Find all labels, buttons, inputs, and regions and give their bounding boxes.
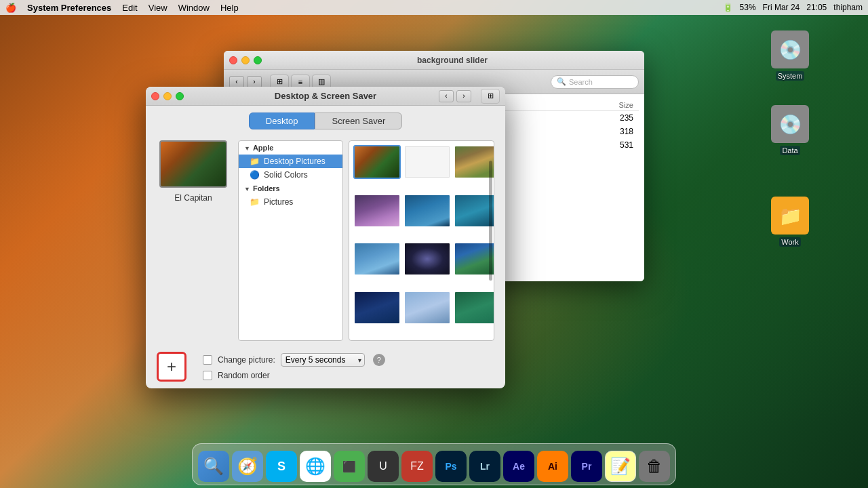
dss-sidebar: Apple 📁 Desktop Pictures 🔵 Solid Colors … [238,140,343,341]
wallpaper-yosemite[interactable] [454,145,494,179]
sidebar-item-desktop-pictures[interactable]: 📁 Desktop Pictures [239,155,342,168]
finder-window-title: background slider [417,56,488,65]
dss-grid-container [349,140,494,341]
chrome-dock-icon: 🌐 [305,457,326,476]
dock-notes[interactable]: 📝 [605,451,636,482]
change-picture-row: Change picture: Every 5 seconds Every 30… [203,353,385,367]
dss-bottom-controls: + Change picture: Every 5 seconds Every … [146,346,505,388]
desktop-icon-system[interactable]: 💿 System [763,30,817,81]
menu-system-prefs[interactable]: System Preferences [27,3,111,13]
change-picture-select-wrapper[interactable]: Every 5 seconds Every 30 seconds Every m… [281,353,365,367]
pictures-folder-icon: 📁 [250,197,260,207]
tab-screensaver[interactable]: Screen Saver [315,113,402,129]
ae-dock-icon: Ae [513,461,525,472]
menubar: 🍎 System Preferences Edit View Window He… [0,0,868,15]
user: thipham [833,3,863,12]
help-button[interactable]: ? [373,354,385,366]
sidebar-item-solid-colors[interactable]: 🔵 Solid Colors [239,168,342,182]
dock-safari[interactable]: 🧭 [232,451,263,482]
row1-size: 235 [620,113,633,123]
clock: 21:05 [806,3,827,12]
random-order-checkbox[interactable] [203,371,212,380]
wallpaper-surf-wave[interactable] [353,242,401,276]
add-folder-button[interactable]: + [157,352,186,382]
ps-dock-icon: Ps [445,461,456,472]
wallpaper-white[interactable] [403,145,451,179]
finder-titlebar: background slider [224,51,644,70]
sidebar-item-pictures[interactable]: 📁 Pictures [239,195,342,209]
wallpaper-cloud-blue[interactable] [403,291,451,325]
dss-window-title: Desktop & Screen Saver [275,91,376,101]
data-icon: 💿 [771,105,809,143]
back-button[interactable]: ‹ [229,76,244,88]
dock-premiere[interactable]: Pr [571,451,602,482]
dock-sandbox[interactable]: ⬛ [334,451,365,482]
dss-wallpaper-grid [349,141,494,340]
wallpaper-elcapitan[interactable] [353,145,401,179]
search-icon: 🔍 [557,77,566,86]
dock-chrome[interactable]: 🌐 [300,451,331,482]
minimize-button[interactable] [241,56,250,64]
wallpaper-green-water[interactable] [454,291,494,325]
dock-lr[interactable]: Lr [469,451,500,482]
dock-finder[interactable]: 🔍 [198,451,229,482]
desktop-icon-data[interactable]: 💿 Data [763,105,817,155]
triangle-down-icon [244,144,250,152]
dss-preview: El Capitan [157,140,230,341]
preview-label: El Capitan [174,193,212,203]
battery-percent: 53% [740,3,756,12]
row2-size: 318 [620,127,633,136]
apple-menu[interactable]: 🍎 [5,3,16,13]
menu-view[interactable]: View [149,3,167,13]
change-picture-checkbox[interactable] [203,355,212,365]
date-time: Fri Mar 24 [763,3,800,12]
filezilla-dock-icon: FZ [410,460,424,472]
work-icon: 📁 [771,197,809,235]
menu-help[interactable]: Help [220,3,239,13]
dock: 🔍 🧭 S 🌐 ⬛ U FZ Ps Lr Ae Ai Pr 📝 🗑 [192,443,676,485]
maximize-button[interactable] [254,56,262,64]
sidebar-section-apple: Apple [239,141,342,155]
menu-window[interactable]: Window [178,3,210,13]
menu-edit[interactable]: Edit [122,3,137,13]
wallpaper-deep-blue[interactable] [353,291,401,325]
wallpaper-mountain-purple[interactable] [353,194,401,228]
tab-desktop[interactable]: Desktop [249,113,315,129]
wallpaper-earth[interactable] [454,242,494,276]
dss-tabs: Desktop Screen Saver [146,106,505,135]
wallpaper-wave[interactable] [454,194,494,228]
dock-trash[interactable]: 🗑 [639,451,670,482]
desktop-icon-work[interactable]: 📁 Work [763,197,817,247]
dss-minimize-button[interactable] [163,92,172,100]
dss-maximize-button[interactable] [176,92,184,100]
dock-filezilla[interactable]: FZ [401,451,433,482]
preview-image [159,140,227,188]
change-picture-select[interactable]: Every 5 seconds Every 30 seconds Every m… [281,353,365,367]
dss-content: El Capitan Apple 📁 Desktop Pictures [146,135,505,346]
grid-scrollbar[interactable] [489,161,492,280]
dock-unity[interactable]: U [368,451,399,482]
dss-forward-button[interactable]: › [456,90,471,102]
random-order-row: Random order [203,371,385,380]
row3-size: 531 [620,140,633,150]
col-size: Size [619,101,633,109]
dock-skype[interactable]: S [266,451,297,482]
work-icon-label: Work [779,237,800,247]
wallpaper-galaxy[interactable] [403,242,451,276]
change-picture-label: Change picture: [218,355,275,365]
dss-panel: Apple 📁 Desktop Pictures 🔵 Solid Colors … [238,140,494,341]
dock-ps[interactable]: Ps [435,451,467,482]
close-button[interactable] [229,56,237,64]
finder-dock-icon: 🔍 [203,457,224,476]
battery-icon: 🔋 [723,3,733,12]
forward-button[interactable]: › [247,76,262,88]
premiere-dock-icon: Pr [582,461,592,472]
dss-grid-btn[interactable]: ⊞ [481,89,500,104]
dock-ai[interactable]: Ai [537,451,568,482]
dss-back-button[interactable]: ‹ [439,90,454,102]
finder-search[interactable]: 🔍 Search [551,75,639,89]
dock-ae[interactable]: Ae [503,451,534,482]
wallpaper-ocean-blue[interactable] [403,194,451,228]
sidebar-section-folders: Folders [239,182,342,195]
dss-close-button[interactable] [151,92,159,100]
